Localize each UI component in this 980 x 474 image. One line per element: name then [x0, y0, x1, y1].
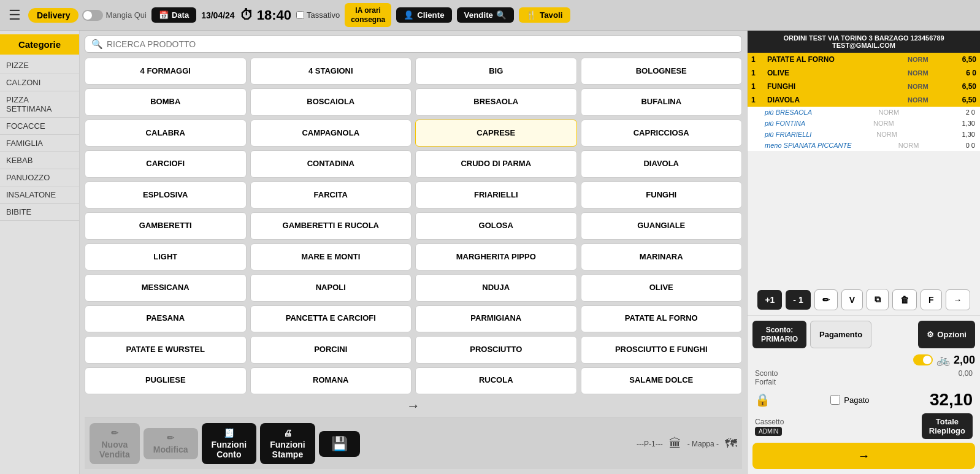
product-nduja[interactable]: NDUJA	[415, 274, 577, 301]
pagato-checkbox[interactable]	[830, 395, 840, 405]
product-parmigiana[interactable]: PARMIGIANA	[415, 305, 577, 332]
product-campagnola[interactable]: CAMPAGNOLA	[250, 120, 412, 147]
product-patate-wurstel[interactable]: PATATE E WURSTEL	[85, 336, 247, 363]
product-olive[interactable]: OLIVE	[581, 274, 743, 301]
hamburger-icon[interactable]: ☰	[6, 5, 23, 26]
product-napoli[interactable]: NAPOLI	[250, 274, 412, 301]
order-row-patate[interactable]: 1 PATATE AL FORNO NORM 6,50	[748, 53, 980, 66]
funzioni-stampe-button[interactable]: 🖨 Funzioni Stampe	[260, 423, 315, 464]
minus1-button[interactable]: - 1	[786, 290, 810, 310]
modifica-button[interactable]: ✏ Modifica	[144, 428, 198, 459]
product-pugliese[interactable]: PUGLIESE	[85, 367, 247, 394]
map-nav-icon[interactable]: 🗺	[725, 437, 737, 451]
exit-button[interactable]: →	[752, 443, 975, 469]
delivery-button[interactable]: Delivery	[28, 8, 78, 23]
funzioni-conto-button[interactable]: 🧾 Funzioni Conto	[202, 423, 257, 464]
sub-row-spianata[interactable]: meno SPIANATA PICCANTE NORM 0 0	[748, 140, 980, 151]
product-prosciutto[interactable]: PROSCIUTTO	[415, 336, 577, 363]
copy-button[interactable]: ⧉	[867, 289, 889, 310]
product-salame-dolce[interactable]: SALAME DOLCE	[581, 367, 743, 394]
product-calabra[interactable]: CALABRA	[85, 120, 247, 147]
arrow-right-button[interactable]: →	[946, 289, 970, 310]
product-prosciutto-funghi[interactable]: PROSCIUTTO E FUNGHI	[581, 336, 743, 363]
home-nav-icon[interactable]: 🏛	[669, 437, 681, 451]
tassativo-checkbox[interactable]	[296, 11, 304, 19]
product-contadina[interactable]: CONTADINA	[250, 150, 412, 177]
product-boscaiola[interactable]: BOSCAIOLA	[250, 88, 412, 115]
cliente-button[interactable]: 👤 Cliente	[396, 7, 451, 23]
sidebar-item-calzoni[interactable]: CALZONI	[0, 74, 79, 91]
sidebar-item-pizze[interactable]: PIZZE	[0, 57, 79, 74]
product-farcita[interactable]: FARCITA	[250, 182, 412, 208]
v-button[interactable]: V	[841, 289, 863, 310]
order-row-diavola[interactable]: 1 DIAVOLA NORM 6,50	[748, 93, 980, 107]
product-bomba[interactable]: BOMBA	[85, 88, 247, 115]
product-bolognese[interactable]: BOLOGNESE	[581, 58, 743, 85]
delivery-toggle-sm[interactable]	[913, 354, 933, 365]
product-paesana[interactable]: PAESANA	[85, 305, 247, 332]
product-caprese[interactable]: CAPRESE	[415, 120, 577, 147]
product-margherita[interactable]: MARGHERITA PIPPO	[415, 243, 577, 270]
save-button[interactable]: 💾	[319, 431, 360, 457]
product-patate-forno[interactable]: PATATE AL FORNO	[581, 305, 743, 332]
f-button[interactable]: F	[921, 289, 942, 310]
tavoli-button[interactable]: 🍴 Tavoli	[519, 7, 570, 23]
sidebar-item-insalatone[interactable]: INSALATONE	[0, 186, 79, 204]
mangia-qui-toggle[interactable]: Mangia Qui	[82, 10, 146, 21]
product-light[interactable]: LIGHT	[85, 243, 247, 270]
mangia-switch[interactable]	[82, 10, 103, 21]
product-carciofi[interactable]: CARCIOFI	[85, 150, 247, 177]
product-porcini[interactable]: PORCINI	[250, 336, 412, 363]
edit-item-button[interactable]: ✏	[814, 289, 838, 310]
next-page-arrow[interactable]: →	[85, 394, 742, 418]
sidebar-item-panuozzo[interactable]: PANUOZZO	[0, 169, 79, 186]
search-bar[interactable]: 🔍	[85, 36, 742, 53]
order-row-funghi[interactable]: 1 FUNGHI NORM 6,50	[748, 80, 980, 93]
sidebar-item-kebab[interactable]: KEBAB	[0, 152, 79, 169]
sidebar-item-bibite[interactable]: BIBITE	[0, 204, 79, 221]
data-button[interactable]: 📅 Data	[151, 7, 196, 23]
product-golosa[interactable]: GOLOSA	[415, 212, 577, 239]
sub-row-friarielli[interactable]: più FRIARIELLI NORM 1,30	[748, 129, 980, 140]
sub-row-fontina[interactable]: più FONTINA NORM 1,30	[748, 118, 980, 129]
product-gamberetti-rucola[interactable]: GAMBERETTI E RUCOLA	[250, 212, 412, 239]
product-crudo[interactable]: CRUDO DI PARMA	[415, 150, 577, 177]
product-mare-monti[interactable]: MARE E MONTI	[250, 243, 412, 270]
product-marinara[interactable]: MARINARA	[581, 243, 743, 270]
product-rucola[interactable]: RUCOLA	[415, 367, 577, 394]
product-guangiale[interactable]: GUANGIALE	[581, 212, 743, 239]
spianata-label: meno SPIANATA PICCANTE	[765, 142, 852, 149]
totale-riepilogo-button[interactable]: Totale Riepilogo	[922, 413, 973, 439]
sidebar-item-pizza-settimana[interactable]: PIZZA SETTIMANA	[0, 91, 79, 118]
opzioni-button[interactable]: ⚙ Opzioni	[918, 321, 975, 348]
tassativo-toggle[interactable]: Tassativo	[296, 10, 340, 20]
product-big[interactable]: BIG	[415, 58, 577, 85]
product-diavola[interactable]: DIAVOLA	[581, 150, 743, 177]
product-messicana[interactable]: MESSICANA	[85, 274, 247, 301]
order-row-olive[interactable]: 1 OLIVE NORM 6 0	[748, 66, 980, 80]
delivery-toggle[interactable]: Delivery Mangia Qui	[28, 8, 147, 23]
product-friarielli[interactable]: FRIARIELLI	[415, 182, 577, 208]
sidebar-item-famiglia[interactable]: FAMIGLIA	[0, 135, 79, 152]
ia-orari-button[interactable]: IA orari consegna	[345, 3, 391, 27]
product-gamberetti[interactable]: GAMBERETTI	[85, 212, 247, 239]
pagamento-button[interactable]: Pagamento	[810, 321, 871, 348]
sub-row-bresaola[interactable]: più BRESAOLA NORM 2 0	[748, 107, 980, 118]
product-bufalina[interactable]: BUFALINA	[581, 88, 743, 115]
product-esplosiva[interactable]: ESPLOSIVA	[85, 182, 247, 208]
sidebar-item-focacce[interactable]: FOCACCE	[0, 118, 79, 135]
lock-icon[interactable]: 🔒	[755, 392, 770, 407]
nuova-vendita-button[interactable]: ✏ Nuova Vendita	[90, 423, 140, 464]
product-pancetta[interactable]: PANCETTA E CARCIOFI	[250, 305, 412, 332]
product-funghi[interactable]: FUNGHI	[581, 182, 743, 208]
vendite-button[interactable]: Vendite 🔍	[457, 7, 514, 23]
product-4formaggi[interactable]: 4 FORMAGGI	[85, 58, 247, 85]
product-capricciosa[interactable]: CAPRICCIOSA	[581, 120, 743, 147]
product-4stagioni[interactable]: 4 STAGIONI	[250, 58, 412, 85]
delete-button[interactable]: 🗑	[892, 289, 917, 310]
product-romana[interactable]: ROMANA	[250, 367, 412, 394]
search-input[interactable]	[107, 39, 735, 49]
product-bresaola[interactable]: BRESAOLA	[415, 88, 577, 115]
sconto-primario-button[interactable]: Sconto: PRIMARIO	[752, 321, 806, 348]
plus1-button[interactable]: +1	[757, 290, 782, 310]
